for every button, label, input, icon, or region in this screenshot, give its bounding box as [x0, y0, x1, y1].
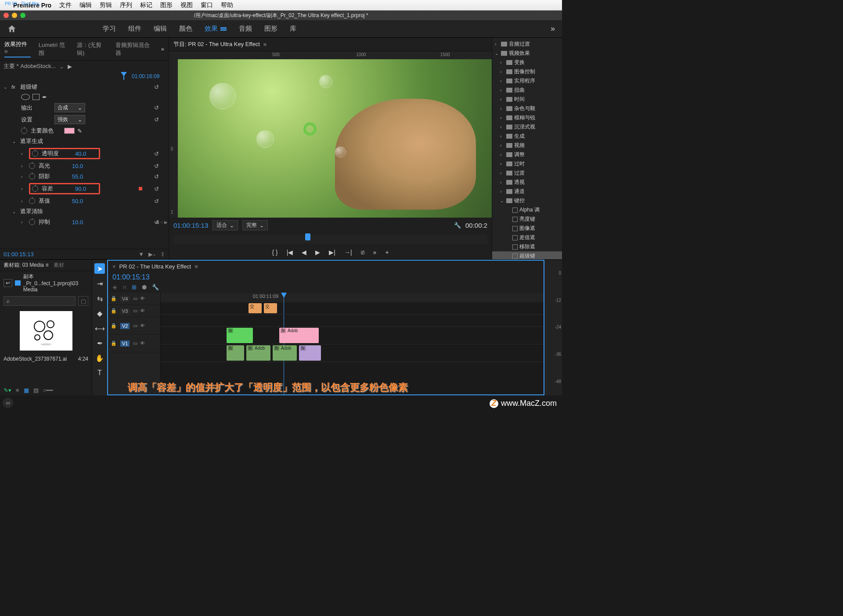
tab-audio-mixer[interactable]: 音频剪辑混合器 — [115, 41, 153, 57]
quality-dropdown[interactable]: 完整⌄ — [242, 220, 268, 230]
menu-edit[interactable]: 编辑 — [79, 1, 92, 9]
eye-icon[interactable]: 👁 — [140, 308, 145, 314]
twirl-icon[interactable]: › — [21, 186, 26, 191]
reset-icon[interactable]: ↺ — [154, 186, 159, 192]
wrench-icon[interactable]: 🔧 — [454, 222, 461, 229]
workspace-more-icon[interactable]: » — [551, 24, 555, 33]
toggle-output-icon[interactable]: ▭ — [133, 340, 137, 346]
toggle-output-icon[interactable]: ▭ — [133, 308, 137, 314]
effects-tree-item[interactable]: ›实用程序 — [492, 76, 562, 86]
effects-tree-item[interactable]: ›模糊与锐 — [492, 113, 562, 122]
effects-tree-item[interactable]: ›音频过渡 — [492, 39, 562, 49]
setting-dropdown[interactable]: 强效⌄ — [54, 115, 85, 124]
twirl-icon[interactable]: ⌄ — [12, 139, 18, 144]
eye-icon[interactable]: 👁 — [140, 323, 145, 329]
linked-sel-icon[interactable]: ⊞ — [132, 284, 137, 291]
effects-tree-item[interactable]: 移除遮 — [492, 242, 562, 251]
workspace-tab-learn[interactable]: 学习 — [103, 25, 116, 33]
effects-tree-item[interactable]: ›通道 — [492, 187, 562, 196]
toggle-output-icon[interactable]: ▭ — [133, 323, 137, 329]
magnet-icon[interactable]: ∩ — [122, 284, 126, 291]
track-lane-v1[interactable]: fxfx Adobfx Adobfx — [161, 344, 544, 362]
menu-marker[interactable]: 标记 — [140, 1, 152, 9]
workspace-tab-editing[interactable]: 编辑 — [154, 25, 167, 33]
reset-icon[interactable]: ↺ — [154, 150, 159, 157]
workspace-tab-effects[interactable]: 效果 — [205, 25, 227, 33]
ec-playhead-icon[interactable] — [121, 72, 127, 80]
panel-menu-icon[interactable]: ≡ — [263, 41, 267, 48]
rect-mask-icon[interactable] — [32, 94, 40, 100]
menu-window[interactable]: 窗口 — [201, 1, 213, 9]
stopwatch-icon[interactable] — [29, 198, 35, 204]
type-tool-icon[interactable]: T — [94, 368, 105, 378]
fit-dropdown[interactable]: 适合⌄ — [213, 220, 238, 230]
effects-tree-item[interactable]: ›杂色与颗 — [492, 104, 562, 113]
effects-tree-item[interactable]: 亮度键 — [492, 215, 562, 224]
timeline-clip[interactable]: fx Adob — [273, 345, 297, 361]
twirl-icon[interactable]: ⌄ — [4, 85, 9, 90]
output-dropdown[interactable]: 合成⌄ — [54, 103, 85, 112]
tab-media[interactable]: 素材 — [54, 261, 64, 269]
timeline-title[interactable]: PR 02 - The Ultra Key Effect — [119, 263, 191, 270]
stopwatch-icon[interactable] — [32, 150, 38, 157]
toggle-output-icon[interactable]: ▭ — [133, 296, 137, 301]
tab-source[interactable]: 源：(无剪辑) — [77, 41, 108, 57]
snap-icon[interactable]: ⚹ — [112, 284, 117, 291]
reset-icon[interactable]: ↺ — [154, 104, 159, 111]
twirl-icon[interactable]: › — [21, 164, 26, 168]
close-icon[interactable]: × — [112, 263, 116, 270]
fx-badge-icon[interactable]: fx — [11, 84, 18, 90]
menu-clip[interactable]: 剪辑 — [100, 1, 112, 9]
effects-tree-item[interactable]: ›图像控制 — [492, 67, 562, 76]
choke-value[interactable]: 10.0 — [72, 219, 94, 226]
reset-icon[interactable]: ↺ — [154, 163, 159, 169]
reset-icon[interactable]: ↺ — [154, 116, 159, 123]
export-icon[interactable]: ⇪ — [160, 251, 165, 258]
shadow-value[interactable]: 55.0 — [72, 173, 94, 180]
track-select-tool-icon[interactable]: ⇥ — [94, 278, 105, 289]
lock-icon[interactable]: 🔒 — [111, 296, 117, 301]
stopwatch-icon[interactable] — [32, 186, 38, 192]
play-icon[interactable]: ▶ — [68, 63, 72, 70]
play-icon[interactable]: ▶ — [315, 249, 320, 256]
settings-icon[interactable]: 🔧 — [152, 284, 159, 291]
mark-in-out-icon[interactable]: { } — [272, 249, 277, 256]
stopwatch-icon[interactable] — [29, 173, 35, 179]
workspace-tab-audio[interactable]: 音频 — [239, 25, 252, 33]
timeline-timecode[interactable]: 01:00:15:13 — [112, 273, 150, 281]
effects-tree-item[interactable]: ›透视 — [492, 178, 562, 187]
stopwatch-icon[interactable] — [29, 163, 35, 169]
effects-tree-item[interactable]: ›调整 — [492, 150, 562, 159]
eyedropper-icon[interactable]: ✎ — [77, 128, 83, 134]
transparency-value[interactable]: 40.0 — [75, 150, 97, 157]
effects-tree-item[interactable]: 差值遮 — [492, 233, 562, 242]
keycolor-swatch[interactable] — [64, 128, 75, 134]
reset-icon[interactable]: ↺ — [154, 84, 159, 90]
track-v3[interactable]: V3 — [120, 308, 130, 314]
effects-tree-item[interactable]: ›视频 — [492, 141, 562, 150]
timeline-clip[interactable]: fx Adob — [279, 328, 319, 343]
reset-icon[interactable]: ↺ — [154, 173, 159, 180]
lock-icon[interactable]: 🔒 — [111, 323, 117, 329]
zoom-slider[interactable]: ○━━ — [43, 387, 54, 394]
slip-tool-icon[interactable]: ⟷ — [94, 323, 105, 333]
selection-tool-icon[interactable]: ➤ — [94, 263, 105, 274]
effects-tree-item[interactable]: ⌄键控 — [492, 196, 562, 205]
twirl-icon[interactable]: › — [21, 220, 26, 225]
program-timecode[interactable]: 01:00:15:13 — [173, 222, 208, 229]
effects-tree-item[interactable]: 图像遮 — [492, 224, 562, 233]
timeline-clip[interactable]: fx Adob — [246, 345, 270, 361]
track-lane-v4[interactable]: 交交 — [161, 302, 544, 315]
track-v4[interactable]: V4 — [120, 296, 130, 302]
menu-help[interactable]: 帮助 — [221, 1, 233, 9]
program-tab[interactable]: 节目: PR 02 - The Ultra Key Effect — [173, 40, 260, 48]
scrubber-handle-icon[interactable] — [305, 233, 310, 240]
new-bin-icon[interactable]: ▢ — [78, 296, 88, 306]
effects-tree-item[interactable]: ›生成 — [492, 132, 562, 141]
effects-tree-item[interactable]: ⌄视频效果 — [492, 49, 562, 58]
lock-icon[interactable]: 🔒 — [111, 308, 117, 314]
panel-menu-icon[interactable]: ≡ — [195, 263, 198, 270]
effects-tree-item[interactable]: ›过时 — [492, 159, 562, 168]
track-v2[interactable]: V2 — [120, 323, 130, 329]
ellipse-mask-icon[interactable] — [21, 94, 30, 100]
